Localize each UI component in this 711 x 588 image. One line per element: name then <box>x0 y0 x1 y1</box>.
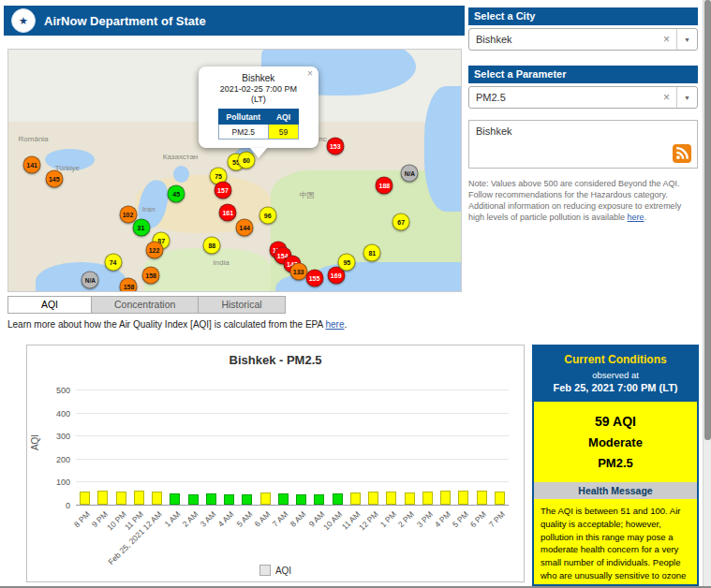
y-axis-tick-label: 0 <box>66 501 70 510</box>
aqi-marker[interactable]: 96 <box>259 206 276 224</box>
chart-gridline <box>76 413 509 414</box>
y-axis-tick-label: 400 <box>56 409 70 419</box>
parameter-select-value: PM2.5 <box>469 92 657 103</box>
x-axis-tick-label: 3 PM <box>414 509 434 529</box>
chart-bar[interactable] <box>405 492 415 506</box>
chart-legend[interactable]: AQI <box>27 565 524 576</box>
aqi-marker[interactable]: 158 <box>120 278 138 292</box>
learn-more-text: Learn more about how the Air Quality Ind… <box>7 319 347 330</box>
epa-here-link[interactable]: here <box>325 319 344 330</box>
x-axis-tick-label: 11 AM <box>340 509 363 532</box>
aqi-marker[interactable]: 67 <box>393 213 410 231</box>
aqi-marker[interactable]: 95 <box>338 254 356 272</box>
aqi-marker[interactable]: 88 <box>203 237 221 255</box>
chart-bar[interactable] <box>314 494 324 505</box>
parameter-dropdown-arrow-icon[interactable]: ▼ <box>677 95 697 101</box>
tab-concentration[interactable]: Concentration <box>92 296 199 314</box>
aqi-marker[interactable]: 145 <box>45 170 63 188</box>
chart-bar[interactable] <box>440 491 451 505</box>
scrollbar[interactable] <box>703 0 711 588</box>
aqi-marker[interactable]: 141 <box>23 156 41 174</box>
aqi-marker[interactable]: 122 <box>145 242 163 259</box>
note-suffix: . <box>644 213 647 222</box>
aqi-marker[interactable]: 155 <box>305 270 323 287</box>
app-header: AirNow Department of State <box>4 6 465 36</box>
aqi-marker[interactable]: N/A <box>81 272 99 289</box>
x-axis-tick-label: 2 AM <box>180 509 200 529</box>
aqi-marker[interactable]: 157 <box>214 181 231 198</box>
current-aqi-value: 59 AQI <box>538 414 693 429</box>
aqi-marker[interactable]: 74 <box>104 254 122 272</box>
parameter-clear-icon[interactable]: × <box>657 87 677 108</box>
city-select[interactable]: Bishkek × ▼ <box>468 28 698 51</box>
chart-y-axis-label: AQI <box>30 434 40 450</box>
x-axis-tick-label: 10 PM <box>105 509 127 532</box>
scrollbar-thumb[interactable] <box>704 0 711 440</box>
aqi-marker[interactable]: 188 <box>376 176 393 194</box>
parameter-select[interactable]: PM2.5 × ▼ <box>468 86 698 109</box>
rss-feed-icon[interactable] <box>673 144 691 163</box>
aqi-marker[interactable]: 45 <box>168 184 185 202</box>
x-axis-tick-label: 6 AM <box>252 509 272 529</box>
x-axis-tick-label: 7 PM <box>486 509 506 529</box>
chart-bar[interactable] <box>278 493 289 505</box>
tab-aqi[interactable]: AQI <box>7 296 92 314</box>
tab-historical[interactable]: Historical <box>199 296 285 314</box>
chart-bar[interactable] <box>224 494 234 505</box>
note-prefix: Note: Values above 500 are considered Be… <box>468 179 681 222</box>
aqi-marker[interactable]: 158 <box>142 267 160 285</box>
chart-bar[interactable] <box>368 492 378 505</box>
aqi-marker[interactable]: N/A <box>401 165 419 183</box>
note-here-link[interactable]: here <box>628 213 644 222</box>
select-parameter-header: Select a Parameter <box>468 66 698 83</box>
map-label: India <box>213 258 229 267</box>
aqi-map[interactable]: РоссияКазахстанМонгол улс中国IndiaIranTürk… <box>7 49 462 292</box>
map-label: Iran <box>142 205 156 213</box>
chart-bar[interactable] <box>188 494 199 505</box>
select-city-header: Select a City <box>468 7 698 25</box>
chart-bar[interactable] <box>386 492 396 505</box>
infowindow-pollutant-value: PM2.5 <box>218 125 268 140</box>
note-text: Note: Values above 500 are considered Be… <box>468 178 699 224</box>
chart-bar[interactable] <box>333 493 343 505</box>
map-label: România <box>19 135 49 143</box>
chart-bar[interactable] <box>170 493 180 505</box>
chart-bar[interactable] <box>206 493 216 505</box>
aqi-marker[interactable]: 81 <box>363 244 381 262</box>
chart-bar[interactable] <box>116 492 126 505</box>
aqi-marker[interactable]: 102 <box>119 205 137 223</box>
x-axis-tick-label: 5 PM <box>451 509 470 529</box>
x-axis-tick-label: 8 PM <box>72 509 92 529</box>
x-axis-tick-label: 8 AM <box>289 509 308 529</box>
chart-bar[interactable] <box>495 492 505 505</box>
city-clear-icon[interactable]: × <box>657 29 677 50</box>
map-label: Казахстан <box>163 152 199 160</box>
chart-bar[interactable] <box>422 492 433 505</box>
aqi-marker[interactable]: 153 <box>326 138 344 155</box>
chart-bar[interactable] <box>134 491 144 505</box>
current-conditions-panel: Current Conditions observed at Feb 25, 2… <box>532 345 699 586</box>
infowindow-close-icon[interactable]: × <box>307 68 313 79</box>
chart-bar[interactable] <box>80 492 90 505</box>
map-water-shape <box>424 86 462 212</box>
chart-bar[interactable] <box>260 492 271 506</box>
infowindow-aqi-table: Pollutant AQI PM2.5 59 <box>218 109 299 140</box>
chart-bar[interactable] <box>97 491 108 505</box>
health-message-label: Health Message <box>534 482 697 499</box>
x-axis-tick-label: 1 PM <box>378 509 398 529</box>
chart-bar[interactable] <box>477 491 487 505</box>
chart-bar[interactable] <box>296 494 306 505</box>
chart-bar[interactable] <box>152 492 162 505</box>
aqi-marker[interactable]: 161 <box>219 203 237 221</box>
chart-bar[interactable] <box>350 492 361 505</box>
x-axis-tick-label: 7 AM <box>271 509 290 529</box>
observed-datetime: Feb 25, 2021 7:00 PM (LT) <box>538 382 693 393</box>
chart-bar[interactable] <box>242 494 252 505</box>
aqi-marker[interactable]: 144 <box>236 219 254 237</box>
x-axis-tick-label: 6 PM <box>468 509 488 529</box>
chart-bar[interactable] <box>458 491 468 505</box>
x-axis-tick-label: 2 PM <box>396 509 416 529</box>
city-dropdown-arrow-icon[interactable]: ▼ <box>677 37 697 43</box>
aqi-marker[interactable]: 31 <box>132 219 150 237</box>
chart-gridline <box>76 390 509 390</box>
